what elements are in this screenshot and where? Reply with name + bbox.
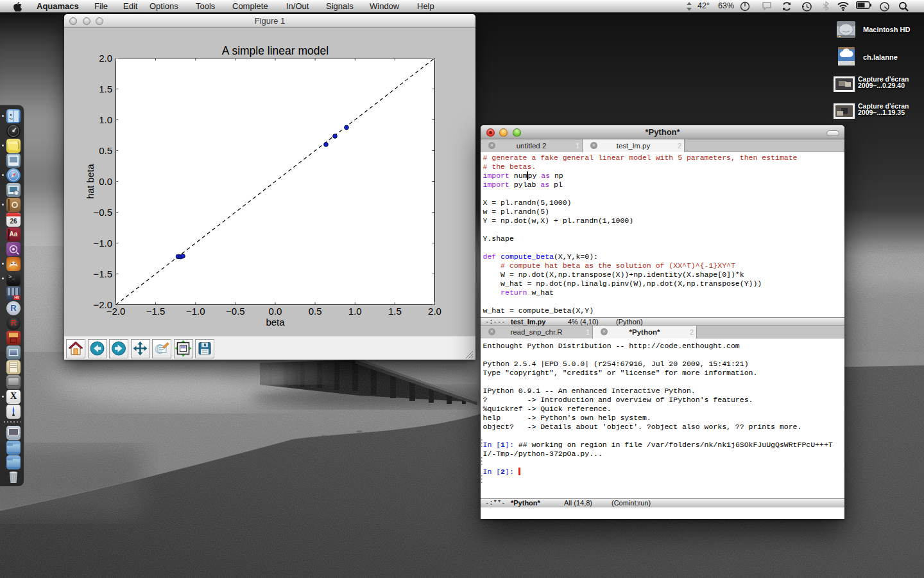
svg-text:0.5: 0.5 — [99, 145, 112, 156]
svg-text:beta: beta — [266, 317, 285, 328]
svg-text:1.0: 1.0 — [99, 114, 112, 125]
svg-text:−1.5: −1.5 — [146, 306, 166, 317]
svg-text:1.5: 1.5 — [99, 83, 112, 94]
svg-text:2.0: 2.0 — [428, 306, 441, 317]
svg-text:−1.0: −1.0 — [93, 238, 112, 249]
svg-text:−2.0: −2.0 — [107, 306, 126, 317]
svg-text:0.5: 0.5 — [309, 306, 322, 317]
svg-text:−1.5: −1.5 — [93, 268, 112, 279]
svg-text:0.0: 0.0 — [269, 306, 282, 317]
svg-text:1.5: 1.5 — [388, 306, 402, 317]
svg-text:−0.5: −0.5 — [93, 207, 112, 218]
svg-text:A simple linear model: A simple linear model — [222, 44, 329, 57]
svg-text:0.0: 0.0 — [99, 176, 112, 187]
svg-text:2.0: 2.0 — [99, 53, 112, 64]
svg-text:−1.0: −1.0 — [186, 306, 205, 317]
svg-text:hat beta: hat beta — [85, 164, 96, 199]
svg-text:−0.5: −0.5 — [226, 306, 245, 317]
svg-text:1.0: 1.0 — [348, 306, 362, 317]
